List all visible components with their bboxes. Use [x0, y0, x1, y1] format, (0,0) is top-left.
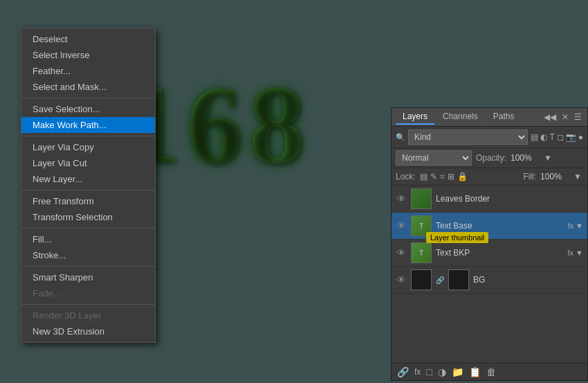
menu-item-fill[interactable]: Fill...	[21, 231, 155, 247]
new-layer-icon[interactable]: 📋	[469, 366, 481, 377]
menu-item-transform-selection[interactable]: Transform Selection	[21, 209, 155, 225]
menu-item-new-layer[interactable]: New Layer...	[21, 171, 155, 187]
tab-paths[interactable]: Paths	[486, 109, 522, 125]
panel-controls: ◀◀ ✕ ☰	[542, 111, 583, 123]
blend-mode-select[interactable]: Normal Dissolve Multiply	[396, 150, 472, 166]
add-fx-icon[interactable]: fx	[414, 367, 421, 377]
layer-thumbnail-text-bkp: T	[411, 242, 432, 263]
layer-visibility-text-base[interactable]: 👁	[396, 220, 407, 231]
layer-tooltip-text-base: Layer thumbnail	[426, 232, 488, 243]
menu-separator	[21, 228, 155, 229]
opacity-value[interactable]: 100%	[511, 153, 538, 163]
adjustment-layer-icon[interactable]: ◑	[438, 366, 446, 377]
menu-item-render-3d-layer: Render 3D Layer	[21, 308, 155, 323]
lock-artboard-icon[interactable]: ⊞	[448, 172, 454, 181]
add-mask-icon[interactable]: □	[426, 366, 432, 377]
menu-item-save-selection[interactable]: Save Selection...	[21, 101, 155, 117]
link-layers-icon[interactable]: 🔗	[397, 366, 409, 377]
filter-smart-icon[interactable]: 📷	[566, 132, 576, 142]
menu-separator	[21, 304, 155, 305]
panel-tabs: Layers Channels Paths	[396, 109, 521, 125]
filter-dot-icon[interactable]: ●	[578, 132, 583, 142]
layer-fx-badge-text-bkp[interactable]: fx ▼	[568, 249, 584, 257]
blend-mode-row: Normal Dissolve Multiply Opacity: 100% ▼	[392, 148, 587, 168]
layer-fx-badge-text-base[interactable]: fx ▼	[568, 222, 584, 230]
panel-title-bar: Layers Channels Paths ◀◀ ✕ ☰	[392, 108, 587, 127]
panel-menu-icon[interactable]: ☰	[573, 111, 583, 123]
layer-name-text-base: Text Base	[436, 221, 564, 231]
layer-kind-select[interactable]: Kind	[408, 130, 528, 145]
search-icon: 🔍	[396, 133, 405, 142]
menu-item-free-transform[interactable]: Free Transform	[21, 193, 155, 209]
menu-item-select-inverse[interactable]: Select Inverse	[21, 47, 155, 63]
layer-search-row: 🔍 Kind ▤ ◐ T ◻ 📷 ●	[392, 127, 587, 148]
menu-item-layer-via-copy[interactable]: Layer Via Copy	[21, 139, 155, 155]
menu-item-fade: Fade...	[21, 285, 155, 301]
menu-item-select-and-mask[interactable]: Select and Mask...	[21, 79, 155, 95]
tab-layers[interactable]: Layers	[396, 109, 434, 125]
layer-visibility-leaves-border[interactable]: 👁	[396, 193, 407, 204]
layer-visibility-bg[interactable]: 👁	[396, 274, 407, 285]
context-menu: DeselectSelect InverseFeather...Select a…	[21, 28, 156, 343]
menu-item-make-work-path[interactable]: Make Work Path...	[21, 117, 155, 133]
fill-arrow-icon[interactable]: ▼	[572, 170, 583, 183]
fill-label: Fill:	[523, 172, 536, 181]
new-group-icon[interactable]: 📁	[452, 366, 463, 377]
layer-thumbnail2-bg	[448, 269, 469, 290]
layers-panel: Layers Channels Paths ◀◀ ✕ ☰ 🔍 Kind ▤ ◐ …	[391, 107, 588, 381]
lock-transparent-icon[interactable]: ▤	[420, 172, 428, 181]
lock-position-icon[interactable]: ⌗	[440, 172, 445, 181]
opacity-arrow-icon[interactable]: ▼	[542, 152, 553, 164]
layer-filter-icons: ▤ ◐ T ◻ 📷 ●	[531, 132, 583, 142]
lock-row: Lock: ▤ ✎ ⌗ ⊞ 🔒 Fill: 100% ▼	[392, 168, 587, 186]
panel-collapse-icon[interactable]: ◀◀	[542, 111, 558, 123]
lock-icons: ▤ ✎ ⌗ ⊞ 🔒	[420, 172, 468, 181]
filter-shape-icon[interactable]: ◻	[557, 132, 564, 142]
layer-list: 👁Leaves Border👁TText Basefx ▼Layer thumb…	[392, 186, 587, 363]
layer-item-bg[interactable]: 👁🔗BG	[392, 267, 587, 294]
lock-all-icon[interactable]: 🔒	[457, 172, 468, 181]
filter-adjustment-icon[interactable]: ◐	[540, 132, 547, 142]
filter-type-icon[interactable]: T	[549, 132, 554, 142]
menu-item-feather[interactable]: Feather...	[21, 63, 155, 79]
layer-item-text-bkp[interactable]: 👁TText BKPfx ▼	[392, 240, 587, 267]
menu-item-new-3d-extrusion[interactable]: New 3D Extrusion	[21, 323, 155, 339]
menu-separator	[21, 136, 155, 136]
filter-pixel-icon[interactable]: ▤	[531, 132, 538, 142]
layer-item-leaves-border[interactable]: 👁Leaves Border	[392, 186, 587, 213]
menu-item-deselect[interactable]: Deselect	[21, 31, 155, 47]
layer-visibility-text-bkp[interactable]: 👁	[396, 247, 407, 258]
fill-value[interactable]: 100%	[540, 172, 568, 181]
panel-close-icon[interactable]: ✕	[560, 111, 570, 123]
layer-name-leaves-border: Leaves Border	[436, 194, 583, 204]
panel-footer: 🔗 fx □ ◑ 📁 📋 🗑	[392, 363, 587, 380]
menu-separator	[21, 266, 155, 267]
layer-name-bg: BG	[473, 275, 583, 285]
tab-channels[interactable]: Channels	[436, 109, 485, 125]
leafy-text: 168	[125, 69, 360, 208]
opacity-label: Opacity:	[476, 153, 506, 163]
layer-thumbnail-bg	[411, 269, 432, 290]
menu-separator	[21, 98, 155, 98]
layer-thumbnail-leaves-border	[411, 188, 432, 209]
menu-separator	[21, 190, 155, 190]
layer-link-icon-bg: 🔗	[436, 276, 444, 284]
layer-name-text-bkp: Text BKP	[436, 248, 564, 258]
menu-item-smart-sharpen[interactable]: Smart Sharpen	[21, 269, 155, 285]
menu-item-stroke[interactable]: Stroke...	[21, 247, 155, 263]
lock-image-icon[interactable]: ✎	[430, 172, 437, 181]
lock-label: Lock:	[396, 172, 416, 181]
layer-item-text-base[interactable]: 👁TText Basefx ▼Layer thumbnail	[392, 213, 587, 240]
delete-layer-icon[interactable]: 🗑	[486, 366, 496, 377]
menu-item-layer-via-cut[interactable]: Layer Via Cut	[21, 155, 155, 171]
